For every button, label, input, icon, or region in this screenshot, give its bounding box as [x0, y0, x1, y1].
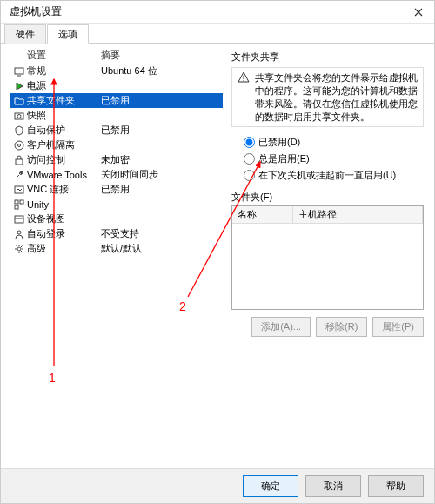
folder-col-name: 名称: [232, 206, 293, 223]
svg-rect-0: [15, 68, 23, 74]
row-label: Unity: [27, 199, 101, 210]
play-icon: [11, 81, 27, 91]
svg-point-4: [15, 141, 23, 150]
svg-point-14: [17, 231, 21, 234]
row-summary: Ubuntu 64 位: [101, 64, 223, 77]
gear-icon: [11, 244, 27, 254]
close-icon: [414, 8, 423, 17]
settings-row-guestiso[interactable]: 客户机隔离: [10, 138, 223, 152]
lock-icon: [11, 155, 27, 165]
settings-list: 常规Ubuntu 64 位电源共享文件夹已禁用快照自动保护已禁用客户机隔离访问控…: [10, 64, 223, 256]
row-label: 自动保护: [27, 124, 101, 137]
settings-row-power[interactable]: 电源: [10, 78, 223, 93]
svg-rect-6: [16, 159, 23, 165]
col-header-settings: 设置: [27, 49, 101, 62]
row-label: 高级: [27, 242, 101, 255]
row-summary: 未加密: [101, 153, 223, 166]
row-summary: 已禁用: [101, 94, 223, 107]
radio-disabled[interactable]: 已禁用(D): [244, 136, 424, 149]
shield-icon: [11, 125, 27, 136]
row-label: 共享文件夹: [27, 94, 101, 107]
settings-row-shared[interactable]: 共享文件夹已禁用: [10, 93, 223, 108]
col-header-summary: 摘要: [101, 49, 120, 62]
settings-row-unity[interactable]: Unity: [10, 197, 223, 212]
add-folder-button[interactable]: 添加(A)...: [251, 317, 311, 337]
cancel-button[interactable]: 取消: [305, 475, 361, 497]
vnc-icon: [11, 185, 27, 195]
settings-row-devview[interactable]: 设备视图: [10, 212, 223, 226]
folder-col-path: 主机路径: [293, 206, 423, 223]
radio-until-label: 在下次关机或挂起前一直启用(U): [258, 169, 396, 182]
user-icon: [11, 229, 27, 239]
tab-options[interactable]: 选项: [47, 24, 89, 44]
row-summary: 已禁用: [101, 183, 223, 196]
settings-row-snapshot[interactable]: 快照: [10, 108, 223, 123]
folder-list[interactable]: 名称 主机路径: [231, 205, 424, 310]
monitor-icon: [11, 66, 27, 77]
row-label: 自动登录: [27, 227, 101, 240]
row-label: VNC 连接: [27, 183, 101, 196]
settings-row-vnc[interactable]: VNC 连接已禁用: [10, 182, 223, 197]
window-title: 虚拟机设置: [10, 4, 62, 19]
radio-until-shutdown[interactable]: 在下次关机或挂起前一直启用(U): [244, 169, 424, 182]
disk-icon: [11, 140, 27, 151]
folder-group-title: 文件夹(F): [231, 191, 424, 204]
folder-list-body: [232, 224, 423, 309]
tools-icon: [11, 170, 27, 180]
settings-row-general[interactable]: 常规Ubuntu 64 位: [10, 64, 223, 78]
sharing-warning: 共享文件夹会将您的文件暴示给虚拟机中的程序。这可能为您的计算机和数据带来风险。请…: [231, 67, 424, 127]
svg-point-17: [243, 80, 244, 81]
radio-always-label: 总是启用(E): [258, 152, 310, 165]
svg-point-5: [18, 144, 21, 146]
folder-properties-button[interactable]: 属性(P): [372, 317, 424, 337]
row-summary: 关闭时间同步: [101, 168, 223, 181]
sharing-warning-text: 共享文件夹会将您的文件暴示给虚拟机中的程序。这可能为您的计算机和数据带来风险。请…: [255, 71, 418, 123]
settings-row-autoprotect[interactable]: 自动保护已禁用: [10, 123, 223, 138]
row-label: 电源: [27, 79, 101, 92]
settings-row-vmtools[interactable]: VMware Tools关闭时间同步: [10, 167, 223, 182]
svg-rect-10: [20, 200, 23, 204]
row-label: 设备视图: [27, 212, 101, 225]
device-icon: [11, 214, 27, 225]
unity-icon: [11, 199, 27, 210]
radio-always[interactable]: 总是启用(E): [244, 152, 424, 165]
sharing-group-title: 文件夹共享: [231, 50, 424, 64]
tab-strip: 硬件 选项: [1, 24, 434, 44]
row-label: 快照: [27, 109, 101, 122]
svg-rect-9: [15, 200, 18, 204]
row-summary: 不受支持: [101, 227, 223, 240]
camera-icon: [11, 111, 27, 121]
warning-icon: [238, 71, 250, 123]
close-button[interactable]: [406, 3, 431, 21]
svg-rect-11: [15, 205, 18, 209]
help-button[interactable]: 帮助: [368, 475, 424, 497]
tab-hardware[interactable]: 硬件: [4, 24, 46, 44]
settings-row-advanced[interactable]: 高级默认/默认: [10, 241, 223, 256]
row-label: 常规: [27, 64, 101, 77]
row-label: VMware Tools: [27, 170, 101, 180]
radio-disabled-label: 已禁用(D): [258, 136, 300, 149]
row-label: 客户机隔离: [27, 138, 101, 151]
svg-rect-12: [15, 216, 23, 223]
svg-point-3: [17, 114, 21, 118]
row-summary: 已禁用: [101, 124, 223, 137]
folder-icon: [11, 96, 27, 106]
svg-point-15: [17, 247, 21, 251]
row-summary: 默认/默认: [101, 242, 223, 255]
ok-button[interactable]: 确定: [243, 475, 298, 497]
settings-row-access[interactable]: 访问控制未加密: [10, 152, 223, 167]
remove-folder-button[interactable]: 移除(R): [316, 317, 367, 337]
settings-row-autologon[interactable]: 自动登录不受支持: [10, 226, 223, 241]
row-label: 访问控制: [27, 153, 101, 166]
